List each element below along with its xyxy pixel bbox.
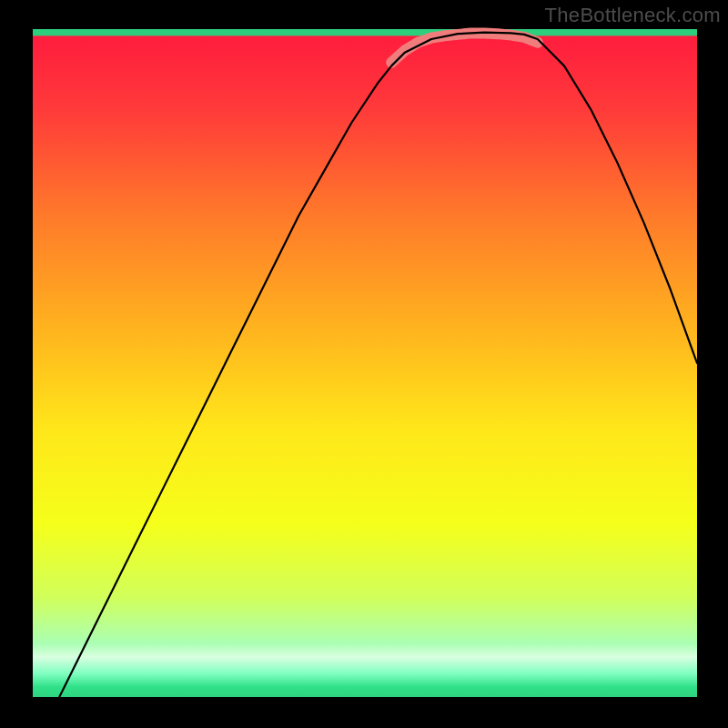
- green-band: [33, 29, 697, 35]
- chart-container: TheBottleneck.com: [0, 0, 728, 728]
- plot-background: [33, 29, 697, 697]
- chart-svg: [0, 0, 728, 728]
- watermark-text: TheBottleneck.com: [545, 4, 721, 27]
